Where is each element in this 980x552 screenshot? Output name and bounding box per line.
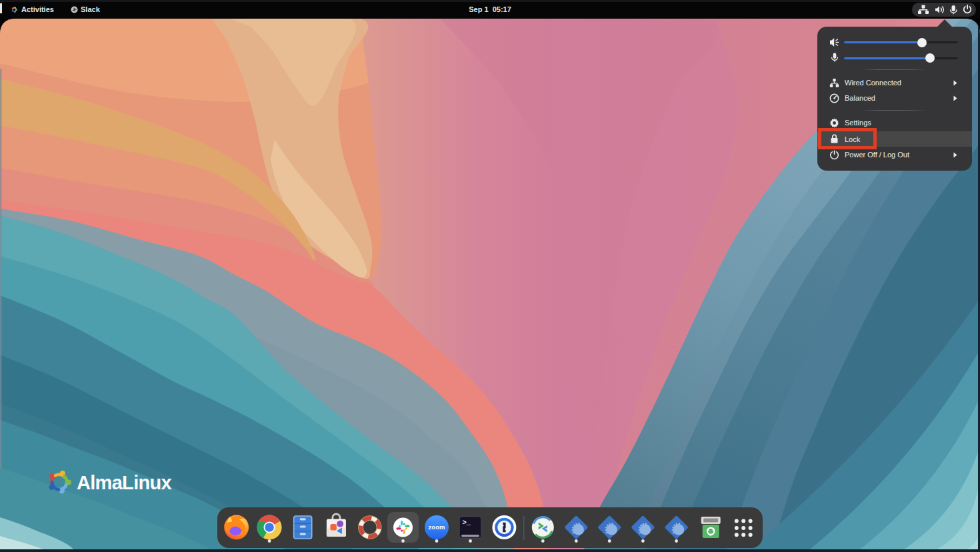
svg-text:>_: >_ <box>463 519 471 527</box>
svg-text:zoom: zoom <box>429 523 445 531</box>
